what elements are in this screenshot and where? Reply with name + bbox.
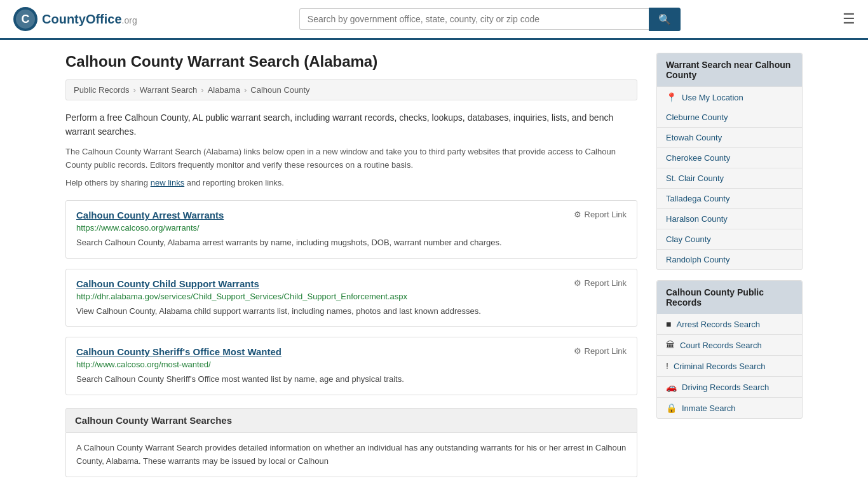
nearby-county-7[interactable]: Randolph County <box>657 249 802 269</box>
nearby-county-link-5[interactable]: Haralson County <box>666 214 728 224</box>
report-link-button-1[interactable]: ⚙ Report Link <box>574 278 627 288</box>
public-records-header: Calhoun County Public Records <box>657 281 802 314</box>
intro-paragraph-2: The Calhoun County Warrant Search (Alaba… <box>65 146 637 172</box>
link-card-desc-1: View Calhoun County, Alabama child suppo… <box>76 305 627 318</box>
breadcrumb-alabama[interactable]: Alabama <box>208 85 240 95</box>
public-record-icon-3: 🚗 <box>666 382 677 392</box>
report-link-button-0[interactable]: ⚙ Report Link <box>574 210 627 219</box>
page-title: Calhoun County Warrant Search (Alabama) <box>65 53 637 71</box>
nearby-county-1[interactable]: Etowah County <box>657 127 802 147</box>
public-record-link-0[interactable]: Arrest Records Search <box>676 320 760 329</box>
nearby-county-link-2[interactable]: Cherokee County <box>666 153 730 163</box>
new-links-link[interactable]: new links <box>151 178 184 187</box>
nearby-county-link-0[interactable]: Cleburne County <box>666 112 728 122</box>
link-card-title-0[interactable]: Calhoun County Arrest Warrants <box>76 210 224 220</box>
nearby-county-4[interactable]: Talladega County <box>657 188 802 208</box>
link-card-title-2[interactable]: Calhoun County Sheriff's Office Most Wan… <box>76 346 281 357</box>
report-link-button-2[interactable]: ⚙ Report Link <box>574 346 627 356</box>
public-record-item-0[interactable]: ■ Arrest Records Search <box>657 314 802 334</box>
logo-text: CountyOffice.org <box>42 12 137 27</box>
public-record-link-4[interactable]: Inmate Search <box>682 403 736 413</box>
nearby-county-2[interactable]: Cherokee County <box>657 147 802 168</box>
report-icon-1: ⚙ <box>574 278 581 288</box>
link-card-desc-2: Search Calhoun County Sheriff's Office m… <box>76 373 627 386</box>
public-record-item-3[interactable]: 🚗 Driving Records Search <box>657 376 802 397</box>
public-record-link-1[interactable]: Court Records Search <box>680 341 762 350</box>
use-my-location-link[interactable]: Use My Location <box>682 93 743 102</box>
nearby-county-6[interactable]: Clay County <box>657 229 802 249</box>
public-record-item-4[interactable]: 🔒 Inmate Search <box>657 397 802 418</box>
report-icon-0: ⚙ <box>574 210 581 219</box>
public-record-item-2[interactable]: ! Criminal Records Search <box>657 355 802 376</box>
nearby-county-3[interactable]: St. Clair County <box>657 168 802 188</box>
public-records-section: Calhoun County Public Records ■ Arrest R… <box>656 280 803 419</box>
menu-button[interactable]: ☰ <box>843 11 855 27</box>
search-input[interactable] <box>299 8 649 30</box>
link-card-desc-0: Search Calhoun County, Alabama arrest wa… <box>76 236 627 249</box>
breadcrumb-calhoun-county: Calhoun County <box>250 85 309 95</box>
nearby-header: Warrant Search near Calhoun County <box>657 53 802 86</box>
link-card: Calhoun County Sheriff's Office Most Wan… <box>65 337 637 395</box>
public-record-icon-0: ■ <box>666 319 671 329</box>
svg-text:C: C <box>22 13 30 25</box>
link-card: Calhoun County Arrest Warrants ⚙ Report … <box>65 200 637 259</box>
breadcrumb: Public Records › Warrant Search › Alabam… <box>65 79 637 100</box>
report-icon-2: ⚙ <box>574 346 581 356</box>
nearby-county-5[interactable]: Haralson County <box>657 208 802 229</box>
public-record-link-3[interactable]: Driving Records Search <box>682 383 769 392</box>
search-button[interactable]: 🔍 <box>649 8 681 31</box>
nearby-section: Warrant Search near Calhoun County 📍 Use… <box>656 53 803 270</box>
nearby-county-link-3[interactable]: St. Clair County <box>666 173 724 183</box>
public-records-list: ■ Arrest Records Search 🏛 Court Records … <box>657 314 802 418</box>
nearby-county-link-1[interactable]: Etowah County <box>666 133 722 142</box>
intro-paragraph-1: Perform a free Calhoun County, AL public… <box>65 111 637 139</box>
link-card-url-2[interactable]: http://www.calcoso.org/most-wanted/ <box>76 360 627 369</box>
link-card-url-0[interactable]: https://www.calcoso.org/warrants/ <box>76 223 627 233</box>
public-record-link-2[interactable]: Criminal Records Search <box>674 362 766 371</box>
section-body: A Calhoun County Warrant Search provides… <box>65 433 637 478</box>
section-heading: Calhoun County Warrant Searches <box>65 408 637 433</box>
nearby-county-link-4[interactable]: Talladega County <box>666 194 729 203</box>
public-record-item-1[interactable]: 🏛 Court Records Search <box>657 334 802 355</box>
breadcrumb-warrant-search[interactable]: Warrant Search <box>140 85 198 95</box>
public-record-icon-4: 🔒 <box>666 403 677 413</box>
nearby-county-0[interactable]: Cleburne County <box>657 107 802 127</box>
nearby-county-link-6[interactable]: Clay County <box>666 234 711 244</box>
nearby-county-link-7[interactable]: Randolph County <box>666 255 729 264</box>
link-card: Calhoun County Child Support Warrants ⚙ … <box>65 269 637 327</box>
breadcrumb-public-records[interactable]: Public Records <box>74 85 129 95</box>
link-card-title-1[interactable]: Calhoun County Child Support Warrants <box>76 278 259 289</box>
help-text: Help others by sharing new links and rep… <box>65 178 637 187</box>
link-cards-container: Calhoun County Arrest Warrants ⚙ Report … <box>65 200 637 395</box>
public-record-icon-1: 🏛 <box>666 340 675 350</box>
use-my-location[interactable]: 📍 Use My Location <box>657 86 802 107</box>
logo: C CountyOffice.org <box>13 6 137 32</box>
public-record-icon-2: ! <box>666 361 668 371</box>
nearby-counties-list: Cleburne CountyEtowah CountyCherokee Cou… <box>657 107 802 269</box>
link-card-url-1[interactable]: http://dhr.alabama.gov/services/Child_Su… <box>76 292 627 301</box>
location-icon: 📍 <box>666 92 677 102</box>
